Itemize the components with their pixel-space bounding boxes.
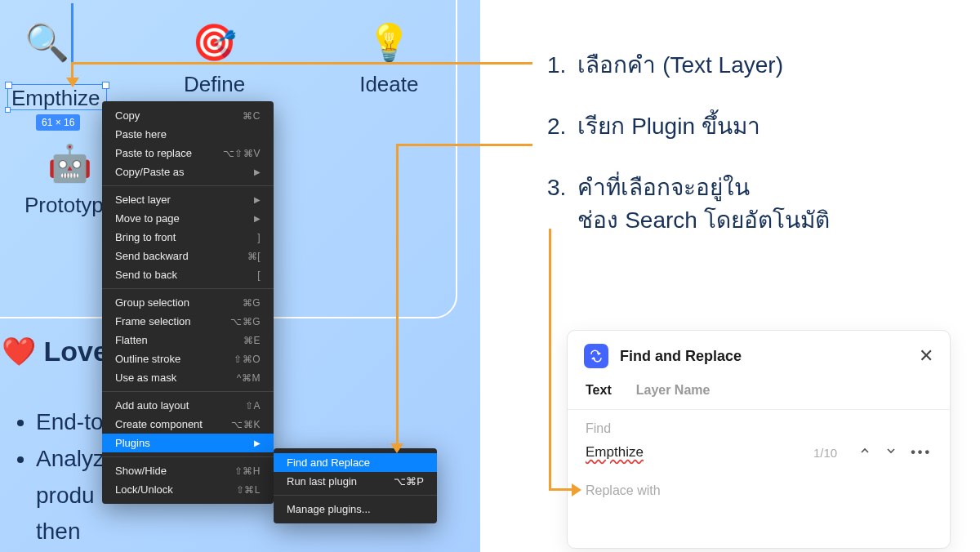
list-item[interactable]: produ xyxy=(36,478,105,514)
shortcut-label: ⌥⌘K xyxy=(231,419,261,430)
panel-body: Find Empthize 1/10 ••• Replace with xyxy=(568,410,950,510)
tab-layer-name[interactable]: Layer Name xyxy=(636,383,710,398)
ideate-label[interactable]: Ideate xyxy=(359,72,418,97)
magnifier-icon: 🔍 xyxy=(24,24,69,60)
menu-item-plugins[interactable]: Plugins▶ xyxy=(102,434,274,452)
arrow-1-head xyxy=(66,78,79,87)
shortcut-label: ⌘G xyxy=(243,297,261,309)
menu-item-paste-to-replace[interactable]: Paste to replace⌥⇧⌘V xyxy=(102,144,274,162)
menu-item-label: Show/Hide xyxy=(115,465,167,477)
arrow-2-h xyxy=(398,144,532,146)
prev-match-button[interactable] xyxy=(858,444,871,461)
chevron-right-icon: ▶ xyxy=(254,167,261,176)
menu-item-label: Outline stroke xyxy=(115,353,180,365)
submenu-item-label: Find and Replace xyxy=(287,456,370,469)
list-item[interactable]: then xyxy=(36,514,105,550)
find-replace-icon xyxy=(584,344,608,368)
bullet-list: End-to Analyz produ then xyxy=(16,404,105,550)
menu-separator xyxy=(102,288,274,289)
arrow-1-h xyxy=(74,62,532,65)
ideate-column: 💡 Ideate xyxy=(359,24,418,97)
step-1: 1.เลือกคำ (Text Layer) xyxy=(547,49,947,81)
plugins-submenu[interactable]: Find and ReplaceRun last plugin⌥⌘PManage… xyxy=(274,448,437,523)
replace-label: Replace with xyxy=(586,483,932,498)
menu-item-label: Move to page xyxy=(115,212,180,225)
menu-separator xyxy=(102,391,274,392)
menu-item-label: Bring to front xyxy=(115,231,176,243)
arrow-3-v xyxy=(549,229,551,491)
menu-separator xyxy=(102,185,274,186)
empathize-label[interactable]: Empthize xyxy=(11,86,100,111)
find-replace-panel[interactable]: Find and Replace ✕ Text Layer Name Find … xyxy=(567,330,951,549)
shortcut-label: ⇧⌘O xyxy=(234,354,261,365)
more-button[interactable]: ••• xyxy=(911,445,932,460)
menu-item-use-as-mask[interactable]: Use as mask^⌘M xyxy=(102,368,274,387)
shortcut-label: ⌥⌘G xyxy=(230,316,261,327)
find-value[interactable]: Empthize xyxy=(586,444,813,461)
step-text: เลือกคำ (Text Layer) xyxy=(577,49,783,81)
next-match-button[interactable] xyxy=(884,444,898,461)
menu-item-label: Lock/Unlock xyxy=(115,483,173,496)
menu-item-create-component[interactable]: Create component⌥⌘K xyxy=(102,415,274,434)
shortcut-label: ⇧⌘L xyxy=(236,484,261,496)
list-item[interactable]: End-to xyxy=(36,404,105,441)
arrow-3-head xyxy=(572,483,581,496)
menu-item-label: Plugins xyxy=(115,437,150,449)
tab-text[interactable]: Text xyxy=(586,383,612,398)
menu-item-label: Add auto layout xyxy=(115,399,189,412)
guide-v xyxy=(71,3,74,62)
menu-item-bring-to-front[interactable]: Bring to front] xyxy=(102,228,274,247)
menu-item-label: Group selection xyxy=(115,296,189,309)
menu-separator xyxy=(102,456,274,457)
step-number: 1. xyxy=(547,49,566,81)
panel-header: Find and Replace ✕ xyxy=(568,331,950,380)
shortcut-label: ] xyxy=(257,232,261,243)
step-3: 3.คำที่เลือกจะอยู่ใน ช่อง Search โดยอัตโ… xyxy=(547,171,947,235)
menu-item-outline-stroke[interactable]: Outline stroke⇧⌘O xyxy=(102,349,274,368)
menu-item-copy-paste-as[interactable]: Copy/Paste as▶ xyxy=(102,162,274,181)
context-menu[interactable]: Copy⌘CPaste herePaste to replace⌥⇧⌘VCopy… xyxy=(102,101,274,504)
step-number: 3. xyxy=(547,171,566,235)
menu-item-send-to-back[interactable]: Send to back[ xyxy=(102,265,274,284)
find-row: Empthize 1/10 ••• xyxy=(586,444,932,461)
menu-item-add-auto-layout[interactable]: Add auto layout⇧A xyxy=(102,396,274,415)
menu-item-send-backward[interactable]: Send backward⌘[ xyxy=(102,247,274,265)
menu-item-move-to-page[interactable]: Move to page▶ xyxy=(102,209,274,228)
submenu-item-run-last-plugin[interactable]: Run last plugin⌥⌘P xyxy=(274,472,437,491)
panel-title: Find and Replace xyxy=(620,348,919,365)
shortcut-label: ^⌘M xyxy=(237,372,261,384)
step-text: คำที่เลือกจะอยู่ใน ช่อง Search โดยอัตโนม… xyxy=(577,171,829,235)
menu-item-show-hide[interactable]: Show/Hide⇧⌘H xyxy=(102,461,274,480)
menu-item-select-layer[interactable]: Select layer▶ xyxy=(102,190,274,209)
arrow-2-head xyxy=(390,443,403,453)
chevron-right-icon: ▶ xyxy=(254,214,261,223)
menu-item-group-selection[interactable]: Group selection⌘G xyxy=(102,293,274,312)
menu-item-label: Copy/Paste as xyxy=(115,166,185,178)
define-column: 🎯 Define xyxy=(184,24,245,97)
shortcut-label: ⇧A xyxy=(245,400,261,412)
menu-item-paste-here[interactable]: Paste here xyxy=(102,125,274,144)
shortcut-label: ⌘E xyxy=(243,335,261,346)
menu-item-label: Create component xyxy=(115,418,203,430)
list-item[interactable]: Analyz xyxy=(36,441,105,478)
menu-item-label: Use as mask xyxy=(115,372,176,384)
love-heading[interactable]: ❤️ Love xyxy=(2,335,109,367)
menu-item-flatten[interactable]: Flatten⌘E xyxy=(102,331,274,349)
submenu-item-find-and-replace[interactable]: Find and Replace xyxy=(274,453,437,472)
step-number: 2. xyxy=(547,110,566,142)
find-counter: 1/10 xyxy=(813,446,837,460)
submenu-item-label: Run last plugin xyxy=(287,475,357,487)
chevron-right-icon: ▶ xyxy=(254,195,261,204)
menu-item-copy[interactable]: Copy⌘C xyxy=(102,106,274,125)
submenu-item-manage-plugins[interactable]: Manage plugins... xyxy=(274,500,437,519)
target-icon: 🎯 xyxy=(192,24,237,60)
close-icon[interactable]: ✕ xyxy=(919,345,933,367)
menu-item-frame-selection[interactable]: Frame selection⌥⌘G xyxy=(102,312,274,331)
shortcut-label: ⇧⌘H xyxy=(234,465,261,477)
define-label[interactable]: Define xyxy=(184,72,245,97)
shortcut-label: [ xyxy=(257,269,261,281)
step-2: 2.เรียก Plugin ขึ้นมา xyxy=(547,110,947,142)
menu-item-label: Select layer xyxy=(115,194,171,206)
menu-item-lock-unlock[interactable]: Lock/Unlock⇧⌘L xyxy=(102,480,274,499)
menu-item-label: Paste here xyxy=(115,128,167,140)
